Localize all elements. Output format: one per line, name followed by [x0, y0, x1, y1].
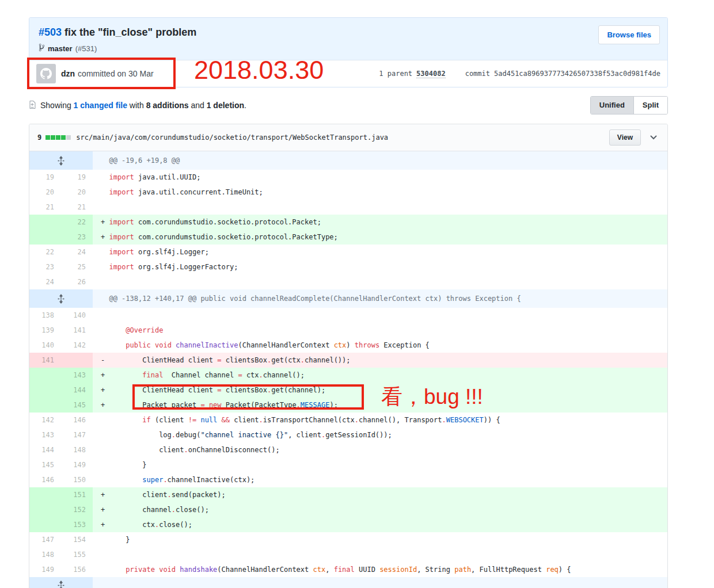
old-line-number[interactable] [29, 502, 61, 517]
old-line-number[interactable] [29, 398, 61, 413]
old-line-number[interactable] [29, 368, 61, 383]
new-line-number[interactable]: 145 [61, 398, 93, 413]
old-line-number[interactable]: 21 [29, 200, 61, 215]
old-line-number[interactable]: 140 [29, 338, 61, 353]
new-line-number[interactable]: 150 [61, 472, 93, 487]
code-line: private void handshake(ChannelHandlerCon… [93, 562, 667, 577]
new-line-number[interactable]: 154 [61, 532, 93, 547]
new-line-number[interactable]: 152 [61, 502, 93, 517]
new-line-number[interactable]: 148 [61, 442, 93, 457]
new-line-number[interactable]: 147 [61, 427, 93, 442]
new-line-number[interactable]: 144 [61, 383, 93, 398]
context-marker [101, 188, 109, 196]
context-marker [101, 263, 109, 271]
old-line-number[interactable]: 142 [29, 413, 61, 427]
old-line-number[interactable]: 146 [29, 472, 61, 487]
old-line-number[interactable] [29, 383, 61, 398]
addition-marker: + [101, 401, 109, 409]
diff-line-148: 144148 client.onChannelDisconnect(); [29, 442, 667, 457]
new-line-number[interactable]: 141 [61, 323, 93, 338]
changed-files-link[interactable]: 1 changed file [74, 101, 127, 110]
old-line-number[interactable] [29, 215, 61, 230]
commit-title-text: fix the "fin_close" problem [62, 26, 196, 38]
expand-diff-button[interactable] [29, 577, 93, 588]
commit-page: { "commit": { "title_number": "#503", "t… [0, 0, 714, 588]
old-line-number[interactable]: 23 [29, 259, 61, 274]
new-line-number[interactable]: 140 [61, 308, 93, 323]
old-line-number[interactable]: 138 [29, 308, 61, 323]
code-line: } [93, 457, 667, 472]
old-line-number[interactable]: 19 [29, 170, 61, 185]
new-line-number[interactable]: 21 [61, 200, 93, 215]
code-line: public void channelInactive(ChannelHandl… [93, 338, 667, 353]
code-line: @Override [93, 323, 667, 338]
new-line-number[interactable]: 156 [61, 562, 93, 577]
code-line: + ClientHead client = clientsBox.get(cha… [93, 383, 667, 398]
old-line-number[interactable]: 148 [29, 547, 61, 562]
new-line-number[interactable]: 143 [61, 368, 93, 383]
code-line [93, 308, 667, 323]
old-line-number[interactable]: 144 [29, 442, 61, 457]
old-line-number[interactable]: 145 [29, 457, 61, 472]
diff-line-153: 153+ ctx.close(); [29, 517, 667, 532]
context-marker [101, 341, 109, 349]
code-line: client.onChannelDisconnect(); [93, 442, 667, 457]
diff-expand-row [29, 577, 667, 588]
old-line-number[interactable]: 147 [29, 532, 61, 547]
summary-and: and [191, 101, 204, 110]
new-line-number[interactable]: 26 [61, 274, 93, 289]
avatar[interactable] [36, 64, 56, 83]
old-line-number[interactable]: 22 [29, 245, 61, 259]
old-line-number[interactable]: 149 [29, 562, 61, 577]
chevron-down-icon[interactable] [650, 135, 657, 140]
diff-table: @@ -19,6 +19,8 @@1919 import java.util.U… [29, 151, 667, 588]
file-header: 9 src/main/java/com/corundumstudio/socke… [29, 124, 667, 151]
parent-label: 1 parent [379, 70, 412, 78]
new-line-number[interactable]: 146 [61, 413, 93, 427]
old-line-number[interactable] [29, 517, 61, 532]
new-line-number[interactable]: 19 [61, 170, 93, 185]
context-marker [101, 536, 109, 544]
diff-line-23: 23+ import com.corundumstudio.socketio.p… [29, 230, 667, 245]
old-line-number[interactable]: 24 [29, 274, 61, 289]
parent-sha-link[interactable]: 5304082 [416, 70, 446, 78]
diffstat-blocks [45, 135, 71, 140]
old-line-number[interactable]: 20 [29, 185, 61, 200]
file-path[interactable]: src/main/java/com/corundumstudio/socketi… [76, 133, 388, 142]
code-line: - ClientHead client = clientsBox.get(ctx… [93, 353, 667, 368]
browse-files-button[interactable]: Browse files [598, 25, 660, 44]
expand-diff-button[interactable] [29, 151, 93, 170]
new-line-number[interactable]: 149 [61, 457, 93, 472]
old-line-number[interactable]: 143 [29, 427, 61, 442]
diff-line-146: 142146 if (client != null && client.isTr… [29, 413, 667, 427]
context-marker [101, 566, 109, 574]
new-line-number[interactable] [61, 353, 93, 368]
new-line-number[interactable]: 142 [61, 338, 93, 353]
new-line-number[interactable]: 25 [61, 259, 93, 274]
code-line: + channel.close(); [93, 502, 667, 517]
addition-marker: + [101, 506, 109, 514]
new-line-number[interactable]: 22 [61, 215, 93, 230]
new-line-number[interactable]: 24 [61, 245, 93, 259]
pr-ref: (#531) [75, 44, 97, 53]
old-line-number[interactable] [29, 487, 61, 502]
new-line-number[interactable]: 155 [61, 547, 93, 562]
old-line-number[interactable]: 139 [29, 323, 61, 338]
unified-toggle-button[interactable]: Unified [591, 97, 634, 114]
expand-diff-button[interactable] [29, 289, 93, 308]
view-file-button[interactable]: View [609, 129, 641, 146]
branch-name[interactable]: master [48, 44, 73, 53]
new-line-number[interactable]: 153 [61, 517, 93, 532]
old-line-number[interactable] [29, 230, 61, 245]
commit-sha-label: commit [465, 70, 490, 78]
new-line-number[interactable]: 23 [61, 230, 93, 245]
hunk-header-text: @@ -19,6 +19,8 @@ [93, 151, 667, 170]
split-toggle-button[interactable]: Split [634, 97, 667, 114]
new-line-number[interactable]: 151 [61, 487, 93, 502]
old-line-number[interactable]: 141 [29, 353, 61, 368]
commit-header-box: #503 fix the "fin_close" problem Browse … [29, 17, 668, 87]
pr-number-link[interactable]: #503 [39, 26, 62, 38]
new-line-number[interactable]: 20 [61, 185, 93, 200]
context-marker [101, 461, 109, 469]
commit-author[interactable]: dzn [61, 69, 75, 78]
